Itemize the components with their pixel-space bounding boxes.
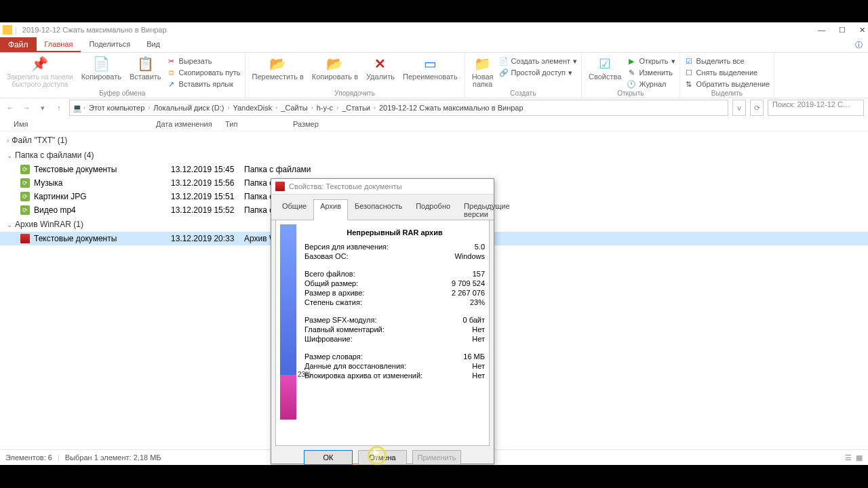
tab-security[interactable]: Безопасность (348, 199, 409, 220)
paste-shortcut-button[interactable]: ↗Вставить ярлык (167, 79, 241, 89)
stat-row: Размер SFX-модуля:0 байт (304, 315, 485, 325)
easy-access-button[interactable]: 🔗Простой доступ ▾ (499, 67, 578, 78)
stat-row: Версия для извлечения:5.0 (304, 242, 485, 251)
crumb[interactable]: Локальный диск (D:) (151, 104, 226, 112)
copy-button[interactable]: 📄Копировать (79, 54, 124, 82)
invert-selection-button[interactable]: ⇅Обратить выделение (684, 79, 770, 89)
new-item-button[interactable]: 📄Создать элемент ▾ (499, 56, 578, 66)
move-button[interactable]: 📂Переместить в (250, 54, 307, 82)
maximize-button[interactable]: ☐ (839, 26, 846, 35)
stat-row: Данные для восстановления:Нет (304, 361, 485, 371)
dialog-title-bar: Свойства: Текстовые документы (271, 179, 494, 195)
crumb[interactable]: h-y-c (315, 104, 335, 112)
dialog-title: Свойства: Текстовые документы (289, 182, 402, 190)
status-selection: Выбран 1 элемент: 2,18 МБ (65, 453, 161, 462)
tab-view[interactable]: Вид (138, 37, 168, 52)
minimize-button[interactable]: — (818, 26, 825, 35)
select-all-button[interactable]: ☑Выделить все (684, 56, 770, 66)
dialog-tabs: Общие Архив Безопасность Подробно Предыд… (271, 195, 494, 220)
qat-separator: | (15, 26, 17, 34)
tab-home[interactable]: Главная (37, 37, 81, 52)
col-date[interactable]: Дата изменения (156, 120, 225, 128)
crumb[interactable]: Этот компьютер (87, 104, 146, 112)
stat-row: Главный комментарий:Нет (304, 325, 485, 334)
group-txt[interactable]: ›Файл "TXT" (1) (0, 133, 868, 148)
recent-button[interactable]: ▾ (37, 102, 49, 114)
breadcrumb[interactable]: 💻›Этот компьютер›Локальный диск (D:)›Yan… (69, 100, 728, 116)
history-button[interactable]: 🕐Журнал (627, 79, 675, 89)
crumb[interactable]: YandexDisk (231, 104, 274, 112)
crumb[interactable]: 2019-12-12 Сжать максимально в Винрар (377, 104, 526, 112)
archive-stats: Непрерывный RAR архив Версия для извлече… (304, 224, 485, 441)
col-type[interactable]: Тип (225, 120, 293, 128)
dialog-footer: ОК Отмена Применить (271, 446, 494, 469)
folder-icon: ⟳ (20, 205, 30, 215)
rar-icon (20, 234, 30, 243)
compression-label: 23% (298, 371, 311, 378)
tab-details[interactable]: Подробно (409, 199, 457, 220)
window-title: 2019-12-12 Сжать максимально в Винрар (20, 26, 167, 34)
copy-path-button[interactable]: ⧉Скопировать путь (167, 67, 241, 78)
archive-header: Непрерывный RAR архив (304, 228, 485, 237)
rename-button[interactable]: ▭Переименовать (400, 54, 460, 82)
group-folders[interactable]: ⌄Папка с файлами (4) (0, 148, 868, 163)
folder-icon: ⟳ (20, 178, 30, 188)
cut-button[interactable]: ✂Вырезать (167, 56, 241, 66)
properties-button[interactable]: ☑Свойства (586, 54, 624, 82)
view-details-icon[interactable]: ☰ (845, 453, 852, 462)
search-input[interactable]: Поиск: 2019-12-12 С… (768, 100, 864, 116)
folder-icon: ⟳ (20, 165, 30, 174)
new-folder-button[interactable]: 📁Новая папка (469, 54, 496, 89)
back-button[interactable]: ← (4, 102, 16, 114)
col-name[interactable]: Имя (14, 120, 156, 128)
tab-prev-versions[interactable]: Предыдущие версии (457, 199, 516, 220)
crumb[interactable]: _Статьи (340, 104, 372, 112)
stat-row: Шифрование:Нет (304, 334, 485, 344)
open-button[interactable]: ▶Открыть ▾ (627, 56, 675, 66)
tab-share[interactable]: Поделиться (81, 37, 138, 52)
folder-icon (3, 25, 12, 35)
pin-button[interactable]: 📌Закрепить на панели быстрого доступа (4, 54, 76, 89)
ok-button[interactable]: ОК (304, 450, 353, 465)
ribbon-tabs: Файл Главная Поделиться Вид ⓘ (0, 37, 868, 53)
crumbs-dropdown[interactable]: v (732, 100, 746, 116)
stat-row: Размер словаря:16 МБ (304, 352, 485, 361)
refresh-button[interactable]: ⟳ (750, 100, 764, 116)
nav-bar: ← → ▾ ↑ 💻›Этот компьютер›Локальный диск … (0, 98, 868, 117)
crumb[interactable]: _Сайты (279, 104, 309, 112)
tab-file[interactable]: Файл (0, 37, 37, 52)
apply-button[interactable]: Применить (412, 450, 461, 465)
compression-bar (280, 224, 296, 420)
up-button[interactable]: ↑ (53, 102, 65, 114)
close-button[interactable]: ✕ (859, 26, 865, 35)
delete-button[interactable]: ✕Удалить (363, 54, 397, 82)
cancel-button[interactable]: Отмена (358, 450, 407, 465)
folder-icon: ⟳ (20, 192, 30, 201)
stat-row: Размер в архиве:2 267 076 (304, 288, 485, 298)
title-bar: | 2019-12-12 Сжать максимально в Винрар … (0, 22, 868, 37)
stat-row: Всего файлов:157 (304, 269, 485, 279)
paste-button[interactable]: 📋Вставить (127, 54, 164, 82)
help-button[interactable]: ⓘ (850, 37, 868, 52)
stat-row: Общий размер:9 709 524 (304, 279, 485, 288)
list-item[interactable]: ⟳Текстовые документы13.12.2019 15:45Папк… (0, 163, 868, 176)
forward-button[interactable]: → (20, 102, 33, 114)
stat-row: Базовая ОС:Windows (304, 251, 485, 261)
rar-icon (275, 182, 285, 191)
ribbon: 📌Закрепить на панели быстрого доступа 📄К… (0, 53, 868, 98)
dialog-body: 23% Непрерывный RAR архив Версия для изв… (275, 220, 490, 446)
view-tiles-icon[interactable]: ▦ (856, 453, 863, 462)
stat-row: Степень сжатия:23% (304, 298, 485, 307)
tab-archive[interactable]: Архив (313, 199, 348, 220)
stat-row: Блокировка архива от изменений:Нет (304, 371, 485, 380)
select-none-button[interactable]: ☐Снять выделение (684, 67, 770, 78)
copy-to-button[interactable]: 📂Копировать в (309, 54, 361, 82)
col-size[interactable]: Размер (293, 120, 347, 128)
status-count: Элементов: 6 (5, 453, 52, 462)
properties-dialog: Свойства: Текстовые документы Общие Архи… (271, 178, 494, 464)
column-headers[interactable]: Имя Дата изменения Тип Размер (0, 117, 868, 131)
tab-general[interactable]: Общие (275, 199, 313, 220)
edit-button[interactable]: ✎Изменить (627, 67, 675, 78)
